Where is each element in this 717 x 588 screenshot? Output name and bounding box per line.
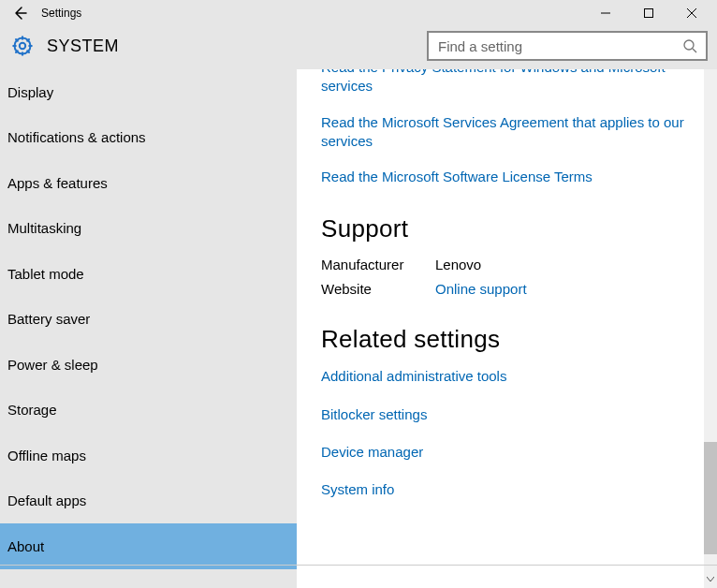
sidebar-item-label: Notifications & actions [7,129,146,145]
settings-gear-icon [9,33,36,59]
sidebar-item-multitasking[interactable]: Multitasking [0,206,297,252]
sidebar-item-label: Storage [7,402,57,418]
support-website-row: Website Online support [321,281,695,297]
website-label: Website [321,281,435,297]
sidebar-item-label: Tablet mode [7,266,84,282]
link-services-agreement[interactable]: Read the Microsoft Services Agreement th… [321,113,695,152]
sidebar-item-notifications[interactable]: Notifications & actions [0,115,297,161]
sidebar-item-label: Display [7,84,53,100]
manufacturer-value: Lenovo [435,257,481,272]
back-button[interactable] [4,0,36,26]
sidebar-item-label: Default apps [7,492,86,508]
link-privacy-statement[interactable]: Read the Privacy Statement for Windows a… [321,69,695,96]
content-panel: Read the Privacy Statement for Windows a… [297,69,717,588]
link-device-manager[interactable]: Device manager [321,443,695,462]
related-settings-heading: Related settings [321,325,695,354]
sidebar-item-display[interactable]: Display [0,69,297,115]
link-license-terms[interactable]: Read the Microsoft Software License Term… [321,168,695,186]
sidebar-item-battery-saver[interactable]: Battery saver [0,297,297,343]
sidebar-item-power-sleep[interactable]: Power & sleep [0,342,297,388]
svg-point-6 [684,40,694,50]
scrollbar[interactable] [704,69,717,588]
sidebar-item-label: About [7,538,44,554]
svg-line-7 [693,49,696,52]
search-icon [681,37,698,54]
back-arrow-icon [12,6,27,21]
scrollbar-down-arrow[interactable] [704,571,717,588]
sidebar-item-offline-maps[interactable]: Offline maps [0,433,297,478]
sidebar-item-apps-features[interactable]: Apps & features [0,160,297,206]
window-title: Settings [41,7,81,20]
sidebar-item-label: Apps & features [7,175,108,191]
sidebar-item-default-apps[interactable]: Default apps [0,478,297,524]
svg-point-4 [20,43,25,49]
minimize-icon [601,8,610,18]
close-icon [687,8,696,18]
chevron-down-icon [707,577,714,582]
sidebar-item-label: Multitasking [7,220,81,236]
search-box[interactable] [427,31,708,61]
link-online-support[interactable]: Online support [435,281,527,297]
header: SYSTEM [0,26,717,69]
sidebar-item-label: Power & sleep [7,357,98,373]
close-button[interactable] [670,0,713,26]
bottom-divider [0,565,717,566]
sidebar: Display Notifications & actions Apps & f… [0,69,297,588]
link-administrative-tools[interactable]: Additional administrative tools [321,367,695,386]
section-title: SYSTEM [47,37,119,56]
link-system-info[interactable]: System info [321,480,695,499]
sidebar-item-tablet-mode[interactable]: Tablet mode [0,251,297,297]
svg-point-5 [15,38,31,54]
title-bar: Settings [0,0,717,26]
sidebar-item-about[interactable]: About [0,523,297,569]
maximize-icon [644,8,653,18]
support-manufacturer-row: Manufacturer Lenovo [321,257,695,272]
svg-rect-1 [645,9,653,18]
sidebar-item-label: Offline maps [7,448,86,463]
scrollbar-thumb[interactable] [704,442,717,554]
search-input[interactable] [438,38,681,54]
manufacturer-label: Manufacturer [321,257,435,272]
minimize-button[interactable] [584,0,627,26]
link-bitlocker-settings[interactable]: Bitlocker settings [321,405,695,424]
sidebar-item-storage[interactable]: Storage [0,388,297,434]
sidebar-item-label: Battery saver [7,311,90,327]
support-heading: Support [321,214,695,243]
maximize-button[interactable] [627,0,670,26]
